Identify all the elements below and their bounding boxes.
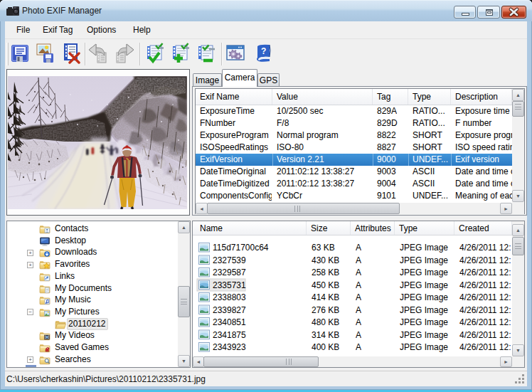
svg-text:?: ? xyxy=(261,46,266,56)
